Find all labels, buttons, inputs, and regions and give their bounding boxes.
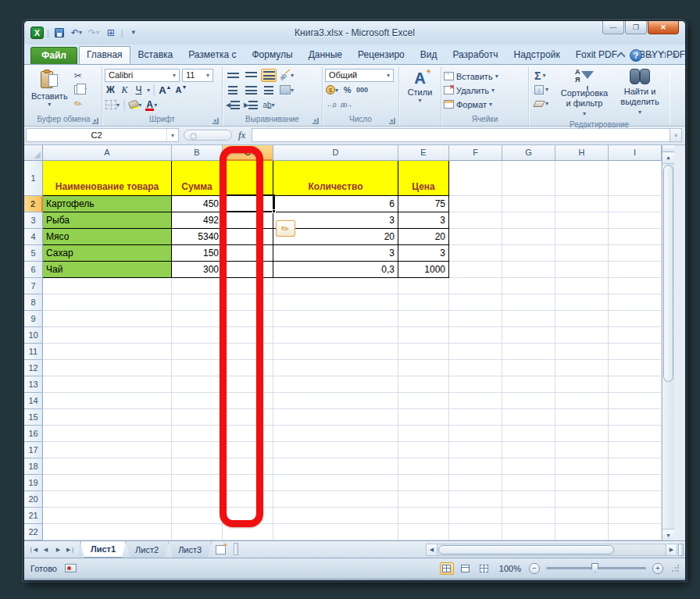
page-break-view-button[interactable] bbox=[477, 562, 491, 575]
select-all-corner[interactable] bbox=[24, 145, 43, 161]
cell-E16[interactable] bbox=[398, 426, 449, 442]
sheet-tab-лист1[interactable]: Лист1 bbox=[80, 541, 126, 558]
cell-B9[interactable] bbox=[172, 311, 223, 327]
row-header-19[interactable]: 19 bbox=[24, 475, 43, 491]
autosum-button[interactable]: Σ▾ bbox=[533, 70, 553, 82]
cell-G18[interactable] bbox=[502, 458, 555, 475]
merge-center-button[interactable]: ▾ bbox=[279, 84, 295, 97]
dialog-launcher-icon[interactable] bbox=[212, 118, 219, 124]
workbook-close-icon[interactable]: ✕ bbox=[671, 52, 677, 59]
cell-B11[interactable] bbox=[172, 344, 223, 360]
tab-формулы[interactable]: Формулы bbox=[244, 46, 300, 64]
cell-I9[interactable] bbox=[609, 311, 662, 327]
row-header-3[interactable]: 3 bbox=[24, 212, 43, 229]
format-cells-button[interactable]: Формат▾ bbox=[444, 98, 526, 112]
next-sheet-button[interactable]: ▶ bbox=[52, 544, 64, 555]
cell-I18[interactable] bbox=[609, 458, 662, 475]
excel-logo-icon[interactable]: X bbox=[30, 27, 44, 39]
cell-I6[interactable] bbox=[609, 262, 662, 278]
cell-A18[interactable] bbox=[43, 458, 172, 475]
cell-G17[interactable] bbox=[502, 442, 555, 458]
cell-G3[interactable] bbox=[502, 212, 555, 229]
cut-button[interactable]: ✂ bbox=[73, 70, 88, 82]
tab-надстройк[interactable]: Надстройк bbox=[506, 46, 568, 64]
tab-foxit-pdf[interactable]: Foxit PDF bbox=[568, 46, 625, 64]
scrollbar-resize-handle[interactable] bbox=[678, 544, 684, 556]
percent-style-button[interactable]: % bbox=[341, 84, 353, 96]
sheet-tab-лист2[interactable]: Лист2 bbox=[126, 541, 169, 558]
fill-color-button[interactable]: ▾ bbox=[128, 98, 142, 111]
column-header-F[interactable]: F bbox=[449, 145, 502, 161]
cell-F7[interactable] bbox=[449, 278, 502, 294]
cell-I2[interactable] bbox=[609, 196, 662, 212]
cell-B1[interactable]: Сумма bbox=[172, 161, 223, 196]
row-header-16[interactable]: 16 bbox=[24, 426, 43, 442]
cell-D17[interactable] bbox=[273, 442, 398, 458]
macro-record-icon[interactable] bbox=[65, 564, 77, 572]
cell-E2[interactable]: 75 bbox=[398, 196, 449, 212]
cell-B19[interactable] bbox=[172, 475, 223, 491]
cell-G22[interactable] bbox=[502, 524, 555, 540]
cell-F16[interactable] bbox=[449, 426, 502, 442]
cell-A9[interactable] bbox=[43, 311, 172, 327]
row-header-1[interactable]: 1 bbox=[24, 161, 43, 196]
row-header-14[interactable]: 14 bbox=[24, 393, 43, 409]
cell-H1[interactable] bbox=[555, 161, 609, 196]
column-header-H[interactable]: H bbox=[555, 145, 609, 161]
cell-H15[interactable] bbox=[555, 409, 609, 426]
align-middle-button[interactable] bbox=[243, 69, 259, 82]
cell-H18[interactable] bbox=[555, 458, 609, 475]
tab-scroll-split-handle[interactable] bbox=[234, 543, 238, 555]
row-header-17[interactable]: 17 bbox=[24, 442, 43, 458]
font-size-combo[interactable]: 11▾ bbox=[182, 69, 213, 82]
cell-B8[interactable] bbox=[172, 294, 223, 311]
cell-F5[interactable] bbox=[449, 245, 502, 262]
cell-H8[interactable] bbox=[555, 294, 609, 311]
fill-handle[interactable] bbox=[272, 209, 276, 213]
decrease-indent-button[interactable]: ◀ bbox=[225, 98, 241, 112]
cell-E5[interactable]: 3 bbox=[398, 245, 449, 262]
cell-D16[interactable] bbox=[273, 426, 398, 442]
cell-E4[interactable]: 20 bbox=[398, 229, 449, 245]
cell-D9[interactable] bbox=[273, 311, 398, 327]
insert-function-button[interactable]: fx bbox=[237, 129, 252, 141]
sort-filter-button[interactable]: А Я Сортировка и фильтр▾ bbox=[555, 68, 614, 119]
scroll-right-icon[interactable]: ▶ bbox=[666, 544, 677, 556]
cell-B4[interactable]: 5340 bbox=[172, 229, 223, 245]
cell-B21[interactable] bbox=[172, 508, 223, 524]
cell-D15[interactable] bbox=[273, 409, 398, 426]
cell-A19[interactable] bbox=[43, 475, 172, 491]
horizontal-scroll-track[interactable] bbox=[438, 544, 666, 556]
redo-button[interactable]: ↷▾ bbox=[87, 27, 101, 39]
row-header-18[interactable]: 18 bbox=[24, 458, 43, 475]
workbook-restore-icon[interactable]: ❐ bbox=[659, 52, 666, 59]
align-top-button[interactable] bbox=[225, 69, 241, 82]
cell-F9[interactable] bbox=[449, 311, 502, 327]
customize-qat-button[interactable]: ▼ bbox=[127, 27, 141, 39]
cell-F6[interactable] bbox=[449, 262, 502, 278]
align-left-button[interactable] bbox=[225, 84, 241, 97]
cell-F1[interactable] bbox=[449, 161, 502, 196]
horizontal-scroll-thumb[interactable] bbox=[438, 545, 614, 554]
insert-options-button[interactable]: ✎ bbox=[276, 220, 295, 237]
last-sheet-button[interactable]: ▶❘ bbox=[65, 544, 77, 555]
cell-B3[interactable]: 492 bbox=[172, 212, 223, 229]
undo-button[interactable]: ↶▾ bbox=[70, 27, 84, 39]
cell-B16[interactable] bbox=[172, 426, 223, 442]
cell-B14[interactable] bbox=[172, 393, 223, 409]
decrease-decimal-button[interactable]: ,00→ bbox=[339, 98, 352, 111]
row-header-21[interactable]: 21 bbox=[24, 508, 43, 524]
cell-E21[interactable] bbox=[398, 508, 449, 524]
increase-indent-button[interactable]: ▶ bbox=[243, 98, 259, 112]
cell-E10[interactable] bbox=[398, 327, 449, 344]
horizontal-scrollbar[interactable]: ◀ ▶ bbox=[426, 543, 684, 556]
align-center-button[interactable] bbox=[243, 84, 259, 97]
cell-F10[interactable] bbox=[449, 327, 502, 344]
prev-sheet-button[interactable]: ◀ bbox=[40, 544, 52, 555]
scroll-left-icon[interactable]: ◀ bbox=[426, 544, 438, 556]
dialog-launcher-icon[interactable] bbox=[92, 118, 98, 124]
cell-B13[interactable] bbox=[172, 376, 223, 393]
row-header-22[interactable]: 22 bbox=[24, 524, 43, 540]
cell-A15[interactable] bbox=[43, 409, 172, 426]
sheet-tab-лист3[interactable]: Лист3 bbox=[169, 541, 212, 558]
